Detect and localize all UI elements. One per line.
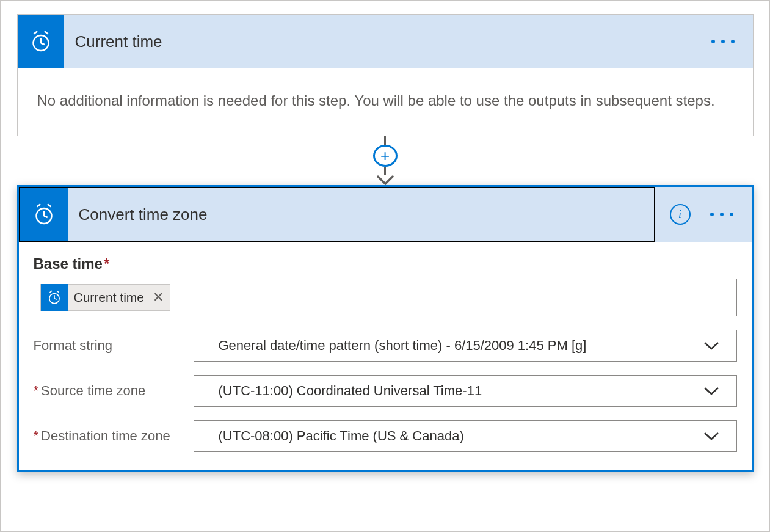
dynamic-content-token[interactable]: Current time ✕ [40, 284, 171, 311]
step-title: Current time [64, 32, 711, 51]
field-label: *Destination time zone [34, 428, 194, 444]
alarm-clock-icon [41, 284, 68, 311]
alarm-clock-icon [18, 15, 64, 68]
source-timezone-select[interactable]: (UTC-11:00) Coordinated Universal Time-1… [194, 375, 737, 407]
select-value: (UTC-11:00) Coordinated Universal Time-1… [219, 383, 482, 399]
base-time-label: Base time* [34, 255, 737, 272]
step-convert-timezone-header[interactable]: Convert time zone [19, 187, 655, 242]
destination-timezone-row: *Destination time zone (UTC-08:00) Pacif… [34, 420, 737, 452]
step-convert-timezone-card: Convert time zone i Base time* [17, 185, 754, 472]
source-timezone-row: *Source time zone (UTC-11:00) Coordinate… [34, 375, 737, 407]
step-current-time-header[interactable]: Current time [18, 15, 753, 68]
add-step-button[interactable]: + [373, 145, 398, 167]
chevron-down-icon [703, 432, 719, 440]
token-label: Current time [68, 290, 151, 305]
label-text: Base time [34, 255, 103, 272]
base-time-input[interactable]: Current time ✕ [34, 279, 737, 316]
close-icon[interactable]: ✕ [150, 290, 164, 305]
label-text: Source time zone [41, 383, 145, 398]
ellipsis-icon[interactable] [711, 40, 735, 43]
step-description: No additional information is needed for … [18, 68, 753, 136]
select-value: (UTC-08:00) Pacific Time (US & Canada) [219, 428, 464, 444]
format-string-select[interactable]: General date/time pattern (short time) -… [194, 330, 737, 362]
ellipsis-icon[interactable] [710, 213, 733, 216]
svg-line-5 [44, 216, 48, 218]
chevron-down-icon [703, 341, 719, 350]
chevron-down-icon [703, 387, 719, 395]
step-current-time-card: Current time No additional information i… [17, 14, 754, 136]
step-connector: + [372, 136, 399, 185]
field-label: Format string [34, 338, 194, 354]
designer-canvas: Current time No additional information i… [0, 0, 770, 532]
format-string-row: Format string General date/time pattern … [34, 330, 737, 362]
destination-timezone-select[interactable]: (UTC-08:00) Pacific Time (US & Canada) [194, 420, 737, 452]
field-label: *Source time zone [34, 383, 194, 399]
svg-line-2 [41, 43, 45, 45]
alarm-clock-icon [20, 188, 68, 241]
arrow-down-icon [377, 167, 394, 185]
step-form: Base time* Current time ✕ [19, 242, 752, 470]
label-text: Format string [34, 338, 113, 353]
label-text: Destination time zone [41, 428, 170, 443]
step-title: Convert time zone [68, 205, 654, 224]
select-value: General date/time pattern (short time) -… [219, 338, 587, 354]
svg-line-8 [54, 299, 57, 300]
info-icon[interactable]: i [670, 204, 691, 225]
